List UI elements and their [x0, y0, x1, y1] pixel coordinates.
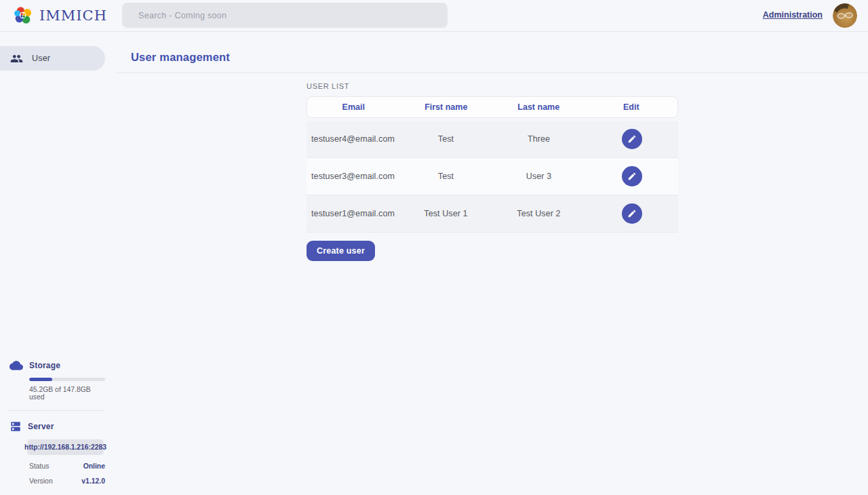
users-icon — [10, 52, 23, 65]
version-label: Version — [29, 477, 53, 485]
server-status-row: Status Online — [29, 462, 105, 470]
server-section-header: Server — [0, 420, 105, 433]
avatar-photo — [833, 3, 857, 28]
user-list-panel: USER LIST Email First name Last name Edi… — [307, 82, 678, 261]
cell-first-name: Test — [399, 134, 492, 144]
avatar[interactable] — [833, 3, 857, 28]
server-icon — [9, 420, 22, 433]
top-header: IMMICH Administration — [0, 0, 868, 32]
table-header-row: Email First name Last name Edit — [307, 96, 678, 118]
table-row: testuser4@email.com Test Three — [307, 121, 678, 158]
pencil-icon — [627, 172, 637, 181]
create-user-button[interactable]: Create user — [307, 241, 375, 261]
column-header-email: Email — [307, 102, 400, 112]
cell-first-name: Test — [399, 172, 492, 181]
cloud-icon — [9, 359, 23, 372]
edit-user-button[interactable] — [622, 203, 642, 224]
version-value: v1.12.0 — [81, 477, 105, 485]
immich-logo[interactable]: IMMICH — [14, 5, 107, 25]
cell-first-name: Test User 1 — [399, 209, 492, 218]
column-header-edit: Edit — [585, 102, 678, 112]
cell-email: testuser1@email.com — [307, 209, 399, 218]
sidebar-item-user[interactable]: User — [0, 46, 105, 71]
storage-usage-text: 45.2GB of 147.8GB used — [29, 386, 105, 401]
page-title: User management — [131, 51, 230, 63]
storage-section-header: Storage — [0, 359, 105, 372]
edit-user-button[interactable] — [622, 166, 642, 186]
main-content: User management USER LIST Email First na… — [105, 32, 868, 495]
status-value: Online — [83, 462, 105, 470]
cell-email: testuser4@email.com — [307, 134, 399, 144]
cell-last-name: Test User 2 — [492, 209, 585, 218]
cell-email: testuser3@email.com — [307, 172, 399, 181]
storage-title: Storage — [29, 361, 60, 370]
search-bar[interactable] — [122, 3, 448, 28]
table-row: testuser3@email.com Test User 3 — [307, 158, 678, 195]
pencil-icon — [627, 209, 637, 218]
cell-last-name: User 3 — [492, 172, 585, 181]
cell-last-name: Three — [492, 134, 585, 144]
edit-user-button[interactable] — [622, 129, 642, 149]
storage-progress-fill — [29, 378, 52, 381]
status-label: Status — [29, 462, 49, 470]
administration-link[interactable]: Administration — [763, 10, 823, 20]
server-title: Server — [28, 422, 54, 431]
sidebar: User Storage 45.2GB of 147.8GB used Serv… — [0, 32, 105, 495]
storage-progress-bar — [29, 378, 105, 381]
search-input[interactable] — [122, 3, 448, 28]
server-version-row: Version v1.12.0 — [29, 477, 105, 485]
table-body: testuser4@email.com Test Three testuser3… — [307, 121, 678, 233]
column-header-last-name: Last name — [492, 102, 585, 112]
sidebar-divider — [8, 410, 105, 411]
page-title-strip: User management — [115, 32, 868, 73]
table-row: testuser1@email.com Test User 1 Test Use… — [307, 195, 678, 233]
logo-wordmark: IMMICH — [39, 7, 107, 24]
sidebar-footer: Storage 45.2GB of 147.8GB used Server ht… — [0, 359, 105, 495]
user-list-heading: USER LIST — [307, 82, 678, 90]
server-url-badge: http://192.168.1.216:2283 — [27, 439, 104, 455]
pencil-icon — [627, 134, 637, 144]
sidebar-item-label: User — [32, 54, 50, 63]
column-header-first-name: First name — [400, 102, 493, 112]
immich-flower-icon — [14, 5, 33, 25]
